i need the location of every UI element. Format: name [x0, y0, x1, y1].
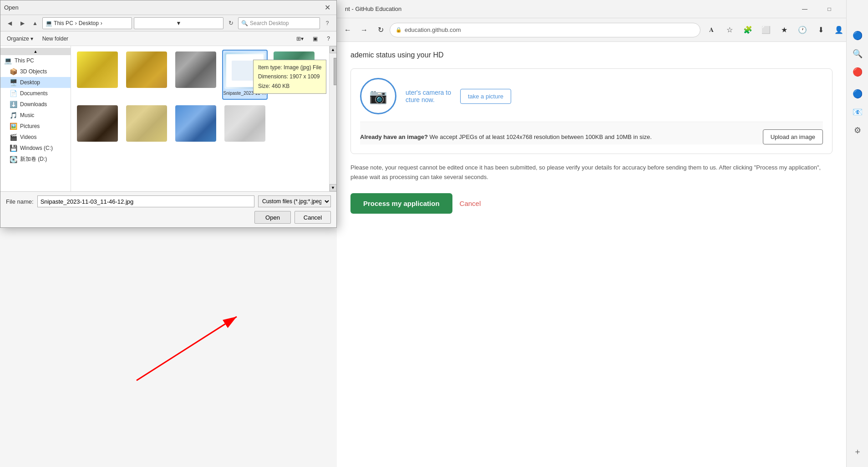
tree-label-pictures: Pictures: [20, 123, 40, 129]
browser-titlebar: nt - GitHub Education — □ ✕: [337, 0, 868, 18]
tree-music[interactable]: 🎵 Music: [0, 110, 71, 121]
thumb-img-8: [175, 105, 216, 142]
web-content-area: ademic status using your HD 📷 uter's cam…: [337, 42, 846, 467]
tree-scroll-up[interactable]: ▲: [0, 48, 71, 55]
organize-label: Organize: [7, 36, 29, 42]
tree-label-videos: Videos: [20, 134, 36, 140]
camera-text-block: uter's camera to cture now.: [406, 89, 451, 103]
tree-desktop[interactable]: 🖥️ Desktop: [0, 77, 71, 88]
thumb-img-3: [175, 51, 216, 88]
tree-documents[interactable]: 📄 Documents: [0, 88, 71, 99]
dialog-help-button[interactable]: ?: [324, 35, 333, 43]
documents-icon: 📄: [10, 90, 17, 97]
tree-this-pc[interactable]: 💻 This PC: [0, 55, 71, 66]
new-folder-button[interactable]: New folder: [40, 35, 71, 43]
dialog-back-button[interactable]: ◀: [4, 18, 15, 29]
file-thumb-1[interactable]: [75, 50, 120, 100]
tree-windows-c[interactable]: 💾 Windows (C:): [0, 143, 71, 154]
collections-button[interactable]: ★: [777, 23, 792, 37]
file-thumb-9[interactable]: [222, 103, 268, 154]
breadcrumb-sep2: ›: [101, 20, 102, 26]
tree-label-music: Music: [20, 112, 34, 118]
dialog-title: Open: [4, 4, 19, 11]
profile-button[interactable]: 👤: [832, 23, 846, 37]
history-button[interactable]: 🕐: [795, 23, 810, 37]
new-folder-label: New folder: [42, 36, 68, 42]
filetype-select[interactable]: Custom files (*.jpg;*.jpeg): [258, 195, 331, 207]
file-thumb-selected[interactable]: Snipaste_2023-11-03_11-46-12.jpg: [222, 50, 268, 100]
notice-text: Please note, your request cannot be edit…: [350, 163, 832, 182]
tree-3d-objects[interactable]: 📦 3D Objects: [0, 66, 71, 77]
file-thumb-5[interactable]: [271, 50, 317, 100]
preview-pane-button[interactable]: ▣: [310, 35, 320, 43]
camera-icon: 📷: [369, 87, 387, 105]
search-icon: 🔍: [241, 20, 248, 26]
file-thumb-3[interactable]: [173, 50, 218, 100]
thumb-img-6: [77, 105, 118, 142]
tree-downloads[interactable]: ⬇️ Downloads: [0, 99, 71, 110]
sidebar-copilot-icon[interactable]: 🔵: [849, 27, 866, 44]
dialog-toolbar: Organize ▾ New folder ⊞▾ ▣ ?: [0, 31, 336, 46]
dialog-close-button[interactable]: ✕: [322, 2, 333, 13]
dialog-open-button[interactable]: Open: [254, 211, 291, 224]
minimize-button[interactable]: —: [794, 2, 815, 16]
sidebar-bookmark-icon[interactable]: 🔴: [849, 64, 866, 80]
dialog-cancel-button[interactable]: Cancel: [294, 211, 331, 224]
thumb-img-1: [77, 51, 118, 88]
read-aloud-button[interactable]: 𝐀: [704, 23, 719, 37]
upload-image-button[interactable]: Upload an image: [763, 129, 823, 144]
camera-circle: 📷: [360, 78, 396, 114]
new-volume-d-icon: 💽: [10, 156, 17, 163]
pictures-icon: 🖼️: [10, 123, 17, 130]
dialog-up-button[interactable]: ▲: [30, 18, 41, 29]
expand-breadcrumb-button[interactable]: ▼: [134, 17, 223, 29]
downloads-button[interactable]: ⬇: [813, 23, 828, 37]
sidebar-outlook-icon[interactable]: 📧: [849, 104, 866, 120]
address-bar[interactable]: 🔒 education.github.com: [390, 23, 700, 37]
file-thumb-8[interactable]: [173, 103, 218, 154]
sidebar-search-icon[interactable]: 🔍: [849, 46, 866, 62]
files-scrollbar[interactable]: ▲ ▼: [329, 46, 336, 191]
view-options-button[interactable]: ⊞▾: [294, 35, 306, 43]
tree-new-volume-d[interactable]: 💽 新加卷 (D:): [0, 154, 71, 165]
breadcrumb[interactable]: 💻 This PC › Desktop ›: [42, 17, 132, 29]
toolbar-icons: 𝐀 ☆ 🧩 ⬜ ★ 🕐 ⬇ 👤 ⋯: [704, 23, 864, 37]
split-view-button[interactable]: ⬜: [759, 23, 773, 37]
scroll-up-btn[interactable]: ▲: [330, 46, 337, 53]
scroll-down-btn[interactable]: ▼: [330, 184, 337, 191]
already-have-text: Already have an image? We accept JPEGs o…: [360, 133, 756, 140]
take-picture-button[interactable]: take a picture: [460, 89, 511, 104]
filename-input[interactable]: [37, 195, 254, 207]
dialog-forward-button[interactable]: ▶: [17, 18, 28, 29]
process-application-button[interactable]: Process my application: [350, 193, 452, 214]
dialog-refresh-button[interactable]: ↻: [225, 18, 236, 29]
web-page: ademic status using your HD 📷 uter's cam…: [337, 42, 846, 467]
organize-button[interactable]: Organize ▾: [4, 35, 36, 43]
maximize-button[interactable]: □: [819, 2, 840, 16]
file-tree: ▲ 💻 This PC 📦 3D Objects 🖥️ Desktop 📄 Do…: [0, 46, 71, 191]
sidebar-extension-icon[interactable]: 🔵: [849, 86, 866, 102]
tree-label-windows-c: Windows (C:): [20, 145, 53, 151]
file-open-dialog: Open ✕ ◀ ▶ ▲ 💻 This PC › Desktop › ▼ ↻ 🔍…: [0, 0, 337, 228]
tree-pictures[interactable]: 🖼️ Pictures: [0, 121, 71, 132]
dialog-action-row: Open Cancel: [6, 211, 331, 224]
favorites-button[interactable]: ☆: [722, 23, 737, 37]
cancel-button[interactable]: Cancel: [460, 200, 481, 207]
sidebar-tools-icon[interactable]: ⚙: [849, 122, 866, 139]
file-thumb-7[interactable]: [124, 103, 169, 154]
thumb-img-5: [274, 51, 315, 88]
dialog-addressbar: ◀ ▶ ▲ 💻 This PC › Desktop › ▼ ↻ 🔍 Search…: [0, 15, 336, 31]
help-button[interactable]: ?: [322, 18, 333, 29]
sidebar-add-icon[interactable]: ＋: [849, 443, 866, 460]
extensions-button[interactable]: 🧩: [741, 23, 755, 37]
tree-videos[interactable]: 🎬 Videos: [0, 132, 71, 143]
search-bar-dialog[interactable]: 🔍 Search Desktop: [238, 17, 320, 29]
back-button[interactable]: ←: [340, 23, 355, 37]
filename-row: File name: Custom files (*.jpg;*.jpeg): [6, 195, 331, 207]
scrollbar-thumb[interactable]: [334, 58, 337, 85]
already-desc: We accept JPEGs of at least 1024x768 res…: [429, 133, 651, 140]
forward-button[interactable]: →: [357, 23, 371, 37]
file-thumb-6[interactable]: [75, 103, 120, 154]
refresh-button[interactable]: ↻: [373, 23, 388, 37]
file-thumb-2[interactable]: [124, 50, 169, 100]
